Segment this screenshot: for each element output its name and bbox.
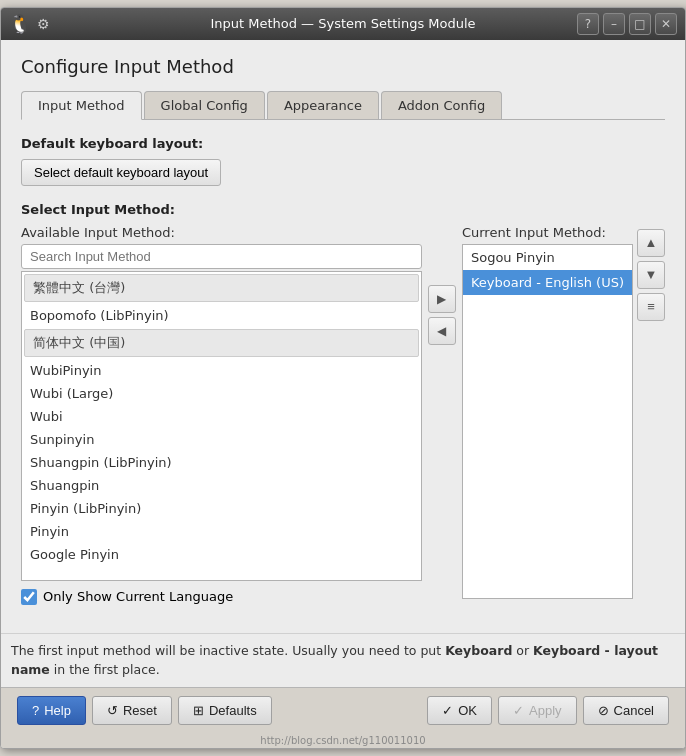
list-item[interactable]: Shuangpin (LibPinyin) [22,451,421,474]
defaults-label: Defaults [209,703,257,718]
tab-appearance[interactable]: Appearance [267,91,379,119]
list-item[interactable]: Sogou Pinyin [463,245,632,270]
side-buttons: ▲ ▼ ≡ [633,225,665,321]
list-item[interactable]: Shuangpin [22,474,421,497]
checkbox-row: Only Show Current Language [21,589,422,605]
list-item[interactable]: Wubi [22,405,421,428]
app-icon2: ⚙ [37,16,50,32]
tab-bar: Input Method Global Config Appearance Ad… [21,91,665,120]
defaults-icon: ⊞ [193,703,204,718]
info-middle: or [512,643,533,658]
list-item[interactable]: 繁體中文 (台灣) [24,274,419,302]
move-up-btn[interactable]: ▲ [637,229,665,257]
footer: ? Help ↺ Reset ⊞ Defaults ✓ OK ✓ Apply ⊘ [1,687,685,733]
info-bold1: Keyboard [445,643,512,658]
watermark: http://blog.csdn.net/g110011010 [1,733,685,748]
current-section: Current Input Method: Sogou PinyinKeyboa… [462,225,665,599]
tab-addon-config[interactable]: Addon Config [381,91,502,119]
titlebar-left: 🐧 ⚙ [9,13,50,34]
tab-input-method[interactable]: Input Method [21,91,142,120]
search-input[interactable] [21,244,422,269]
ok-button[interactable]: ✓ OK [427,696,492,725]
list-item[interactable]: Google Pinyin [22,543,421,566]
list-item[interactable]: Wubi (Large) [22,382,421,405]
footer-right: ✓ OK ✓ Apply ⊘ Cancel [427,696,669,725]
list-item[interactable]: Bopomofo (LibPinyin) [22,304,421,327]
list-item[interactable]: 简体中文 (中国) [24,329,419,357]
info-suffix: in the first place. [50,662,160,677]
apply-button[interactable]: ✓ Apply [498,696,577,725]
list-item[interactable]: Pinyin [22,520,421,543]
current-column-label: Current Input Method: [462,225,633,240]
available-method-list[interactable]: 繁體中文 (台灣)Bopomofo (LibPinyin)简体中文 (中国)Wu… [21,271,422,581]
default-keyboard-label: Default keyboard layout: [21,136,665,151]
cancel-button[interactable]: ⊘ Cancel [583,696,669,725]
available-column: Available Input Method: 繁體中文 (台灣)Bopomof… [21,225,422,605]
ok-label: OK [458,703,477,718]
window-title: Input Method — System Settings Module [210,16,475,31]
content-area: Configure Input Method Input Method Glob… [1,40,685,621]
help-window-btn[interactable]: ? [577,13,599,35]
main-window: 🐧 ⚙ Input Method — System Settings Modul… [0,7,686,750]
reset-label: Reset [123,703,157,718]
configure-btn[interactable]: ≡ [637,293,665,321]
only-current-language-checkbox[interactable] [21,589,37,605]
current-column: Current Input Method: Sogou PinyinKeyboa… [462,225,633,599]
page-title: Configure Input Method [21,56,665,77]
list-item[interactable]: Sunpinyin [22,428,421,451]
reset-button[interactable]: ↺ Reset [92,696,172,725]
close-btn[interactable]: ✕ [655,13,677,35]
maximize-btn[interactable]: □ [629,13,651,35]
reset-icon: ↺ [107,703,118,718]
list-item[interactable]: WubiPinyin [22,359,421,382]
current-method-list[interactable]: Sogou PinyinKeyboard - English (US) [462,244,633,599]
arrow-column: ▶ ◀ [422,225,462,345]
input-method-columns: Available Input Method: 繁體中文 (台灣)Bopomof… [21,225,665,605]
ok-icon: ✓ [442,703,453,718]
info-prefix: The first input method will be inactive … [11,643,445,658]
window-controls: ? – □ ✕ [577,13,677,35]
remove-method-btn[interactable]: ◀ [428,317,456,345]
select-input-method-label: Select Input Method: [21,202,665,217]
available-column-label: Available Input Method: [21,225,422,240]
cancel-label: Cancel [614,703,654,718]
list-item[interactable]: Keyboard - English (US) [463,270,632,295]
cancel-icon: ⊘ [598,703,609,718]
help-label: Help [44,703,71,718]
app-logo: 🐧 [9,13,31,34]
defaults-button[interactable]: ⊞ Defaults [178,696,272,725]
apply-label: Apply [529,703,562,718]
titlebar: 🐧 ⚙ Input Method — System Settings Modul… [1,8,685,40]
info-text: The first input method will be inactive … [1,633,685,688]
apply-icon: ✓ [513,703,524,718]
help-button[interactable]: ? Help [17,696,86,725]
minimize-btn[interactable]: – [603,13,625,35]
move-down-btn[interactable]: ▼ [637,261,665,289]
select-keyboard-button[interactable]: Select default keyboard layout [21,159,221,186]
list-item[interactable]: Pinyin (LibPinyin) [22,497,421,520]
checkbox-label: Only Show Current Language [43,589,233,604]
help-icon: ? [32,703,39,718]
tab-global-config[interactable]: Global Config [144,91,265,119]
footer-left: ? Help ↺ Reset ⊞ Defaults [17,696,272,725]
add-method-btn[interactable]: ▶ [428,285,456,313]
